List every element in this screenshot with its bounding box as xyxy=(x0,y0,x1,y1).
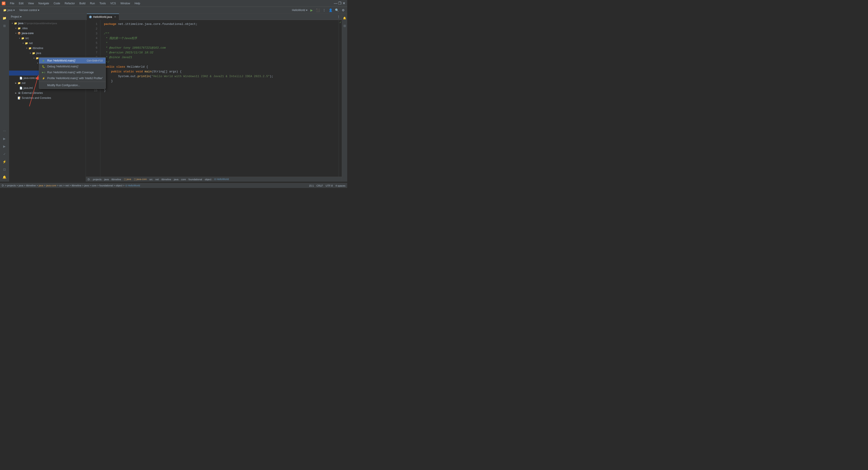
menu-file[interactable]: File xyxy=(8,1,16,5)
breadcrumb-ittimeline2[interactable]: ittimeline xyxy=(161,178,171,181)
context-menu-debug[interactable]: 🐛 Debug 'HelloWorld.main()' xyxy=(39,64,105,69)
minimize-button[interactable]: — xyxy=(334,2,337,5)
cursor-position[interactable]: 15:1 xyxy=(309,184,314,187)
breadcrumb-d[interactable]: D: xyxy=(88,178,90,181)
menu-bar: File Edit View Navigate Code Refactor Bu… xyxy=(8,1,142,5)
debug-button[interactable]: ⬛ xyxy=(315,8,320,12)
run-gutter: ▶ ▶ xyxy=(86,20,90,177)
tree-arrow-core: ▾ xyxy=(33,57,35,59)
profile-icon[interactable]: 👤 xyxy=(328,8,333,12)
profile-menu-icon: ⚡ xyxy=(42,77,45,80)
context-menu-coverage-label: Run 'HelloWorld.main()' with Coverage xyxy=(47,71,94,74)
context-menu-run[interactable]: ▶ Run 'HelloWorld.main()' Ctrl+Shift+F10 xyxy=(39,58,105,64)
folder-icon-core: 📁 xyxy=(36,57,39,60)
breadcrumb-src[interactable]: src xyxy=(149,178,153,181)
debug-menu-icon: 🐛 xyxy=(42,65,45,68)
version-control-selector[interactable]: Version control ▾ xyxy=(18,8,41,12)
main-layout: 📁 ⊞ ⋯ ▶ ▶ ✓ ⚡ ⊡ 🔔 Project ▾ ▾ 📁 java D:\… xyxy=(0,13,347,182)
run-button[interactable]: ▶ xyxy=(309,8,314,12)
run-configuration[interactable]: HelloWorld ▾ xyxy=(292,8,307,12)
run-config-label: HelloWorld xyxy=(292,8,305,12)
code-content[interactable]: package net.ittimeline.java.core.foundat… xyxy=(100,20,339,177)
breadcrumb-core[interactable]: core xyxy=(181,178,186,181)
sidebar-icon-run[interactable]: ▶ xyxy=(1,136,8,142)
breadcrumb-java-core[interactable]: ◻ java-core xyxy=(134,178,147,181)
left-sidebar-icons: 📁 ⊞ ⋯ ▶ ▶ ✓ ⚡ ⊡ 🔔 xyxy=(0,13,9,182)
tab-helloworld-java[interactable]: J HelloWorld.java ✕ xyxy=(87,13,119,20)
tree-arrow-out: ▶ xyxy=(14,82,17,84)
menu-run[interactable]: Run xyxy=(88,1,97,5)
folder-icon-src: 📁 xyxy=(21,37,24,40)
menu-edit[interactable]: Edit xyxy=(17,1,25,5)
sidebar-icon-todo[interactable]: ✓ xyxy=(1,151,8,157)
settings-button[interactable]: ⚙ xyxy=(341,8,345,12)
tree-item-net[interactable]: ▾ 📁 net xyxy=(9,41,86,46)
indent-style[interactable]: 4 spaces xyxy=(336,184,345,187)
tree-item-idea[interactable]: ▾ 📁 .idea xyxy=(9,26,86,31)
menu-build[interactable]: Build xyxy=(78,1,87,5)
tree-item-ext-libs[interactable]: ▶ 🏛 External Libraries xyxy=(9,90,86,95)
tab-close-button[interactable]: ✕ xyxy=(114,16,117,18)
tree-label-ext-libs: External Libraries xyxy=(22,91,43,94)
sidebar-icon-more[interactable]: ⋯ xyxy=(1,128,8,134)
context-menu-profile-label: Profile 'HelloWorld.main()' with 'Intell… xyxy=(47,77,103,80)
sidebar-icon-project[interactable]: 📁 xyxy=(1,15,8,21)
breadcrumb-ittimeline[interactable]: ittimeline xyxy=(112,178,121,181)
breadcrumb-java-module[interactable]: ◻ java xyxy=(124,178,131,181)
iml-icon-java-core: 📄 xyxy=(20,77,23,80)
project-panel-title-button[interactable]: Project ▾ xyxy=(11,15,22,18)
breadcrumb-projects[interactable]: projects xyxy=(93,178,102,181)
status-path[interactable]: D: > projects > java > ittimeline > java… xyxy=(2,184,140,187)
sidebar-icon-debug[interactable]: ▶ xyxy=(1,143,8,149)
menu-vcs[interactable]: VCS xyxy=(108,1,118,5)
close-button[interactable]: ✕ xyxy=(342,2,345,5)
menu-window[interactable]: Window xyxy=(119,1,132,5)
context-menu-modify-config[interactable]: Modify Run Configuration... xyxy=(39,82,105,88)
context-menu-run-coverage[interactable]: ▶◎ Run 'HelloWorld.main()' with Coverage xyxy=(39,69,105,75)
tree-item-src[interactable]: ▾ 📁 src xyxy=(9,36,86,41)
more-actions-button[interactable]: ⋮ xyxy=(322,8,327,12)
breadcrumb-object[interactable]: object xyxy=(205,178,211,181)
menu-refactor[interactable]: Refactor xyxy=(63,1,76,5)
right-icon-notifications[interactable]: 🔔 xyxy=(342,15,347,21)
breadcrumb-foundational[interactable]: foundational xyxy=(188,178,202,181)
tree-item-scratches[interactable]: 📝 Scratches and Consoles xyxy=(9,95,86,100)
menu-view[interactable]: View xyxy=(26,1,36,5)
breadcrumb-java2[interactable]: java xyxy=(174,178,178,181)
tree-item-java-root[interactable]: ▾ 📁 java D:\projects\java\ittimeline\jav… xyxy=(9,21,86,26)
breadcrumb-helloworld[interactable]: ⊙ HelloWorld xyxy=(214,178,229,181)
sidebar-icon-notifications[interactable]: 🔔 xyxy=(1,174,8,180)
vcs-chevron-icon: ▾ xyxy=(38,8,39,12)
project-folder-icon: 📁 xyxy=(3,8,6,12)
maximize-button[interactable]: ❐ xyxy=(338,2,341,5)
tree-arrow-ittimeline: ▾ xyxy=(25,47,28,50)
line-ending[interactable]: CRLF xyxy=(316,184,323,187)
search-everywhere-button[interactable]: 🔍 xyxy=(335,8,339,12)
tree-item-ittimeline[interactable]: ▾ 📁 ittimeline xyxy=(9,46,86,51)
tree-item-java-pkg[interactable]: ▾ 📁 java xyxy=(9,51,86,56)
breadcrumb-net[interactable]: net xyxy=(155,178,159,181)
project-name: java xyxy=(7,8,12,12)
context-menu-separator xyxy=(39,82,105,82)
menu-navigate[interactable]: Navigate xyxy=(37,1,51,5)
editor-tab-bar: J HelloWorld.java ✕ ⋮ xyxy=(86,13,342,20)
sidebar-icon-problems[interactable]: ⚡ xyxy=(1,158,8,165)
sidebar-icon-structure[interactable]: ⊞ xyxy=(1,23,8,29)
file-encoding[interactable]: UTF-8 xyxy=(326,184,333,187)
context-menu-profile[interactable]: ⚡ Profile 'HelloWorld.main()' with 'Inte… xyxy=(39,75,105,81)
sidebar-icon-terminal[interactable]: ⊡ xyxy=(1,166,8,173)
menu-help[interactable]: Help xyxy=(133,1,142,5)
tree-label-out: out xyxy=(22,82,26,85)
menu-tools[interactable]: Tools xyxy=(98,1,107,5)
project-selector[interactable]: 📁 java ▾ xyxy=(2,8,16,12)
tree-item-java-core[interactable]: ▾ 📦 java-core xyxy=(9,31,86,36)
editor-options-button[interactable]: ⋮ xyxy=(336,14,341,19)
breadcrumb-bar: D: › projects › java › ittimeline › ◻ ja… xyxy=(86,177,342,182)
run-menu-icon: ▶ xyxy=(42,59,45,62)
folder-icon-net: 📁 xyxy=(25,41,28,45)
tab-helloworld-label: HelloWorld.java xyxy=(93,16,112,19)
right-icon-gradle[interactable]: ⊞ xyxy=(342,23,347,29)
menu-code[interactable]: Code xyxy=(52,1,62,5)
app-logo: IJ xyxy=(2,2,5,5)
breadcrumb-java1[interactable]: java xyxy=(104,178,109,181)
